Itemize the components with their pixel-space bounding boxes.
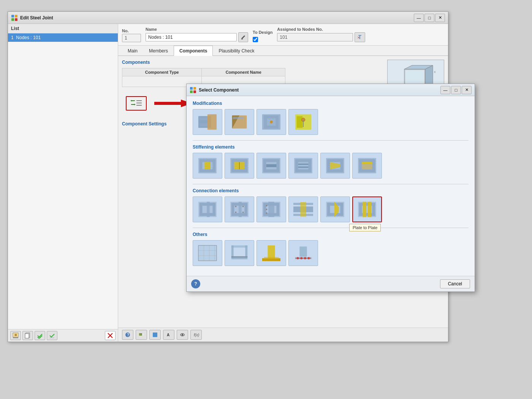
svg-rect-142: [363, 202, 366, 217]
others-section: Others: [193, 232, 469, 266]
svg-rect-72: [231, 169, 247, 173]
assigned-input[interactable]: [277, 33, 353, 41]
to-design-group: To Design: [253, 30, 272, 42]
svg-rect-144: [198, 245, 217, 261]
svg-rect-112: [239, 202, 242, 217]
svg-rect-71: [231, 159, 247, 162]
dialog-help-button[interactable]: ?: [191, 279, 200, 288]
eye-icon: [179, 332, 185, 338]
main-titlebar: Edit Steel Joint — □ ✕: [8, 12, 448, 24]
name-input[interactable]: [146, 33, 237, 41]
minimize-button[interactable]: —: [414, 14, 424, 22]
copy-button[interactable]: [22, 331, 33, 340]
app-icon: [11, 14, 18, 21]
dialog-maximize-button[interactable]: □: [451, 86, 461, 94]
svg-rect-143: [368, 202, 372, 217]
dialog-content: Modifications: [187, 96, 475, 276]
zoom-icon: 0.00: [138, 332, 144, 338]
component-item-oth2[interactable]: [225, 240, 254, 266]
component-item-oth4[interactable]: [288, 240, 318, 266]
component-item-conn6[interactable]: Plate to Plate: [352, 196, 382, 222]
dialog-minimize-button[interactable]: —: [440, 86, 450, 94]
edit-icon: [241, 35, 246, 40]
svg-rect-161: [264, 257, 279, 259]
svg-rect-8: [25, 334, 29, 338]
conn2-icon: [228, 200, 250, 219]
mod4-icon: [292, 112, 314, 131]
to-design-checkbox-wrap: [253, 37, 272, 42]
oth2-icon: [228, 244, 250, 263]
component-item-conn1[interactable]: [193, 196, 222, 222]
svg-rect-141: [359, 213, 375, 216]
connection-section: Connection elements: [193, 188, 469, 222]
component-item-conn2[interactable]: [225, 196, 254, 222]
close-button[interactable]: ✕: [435, 14, 445, 22]
help-button[interactable]: ?: [122, 330, 133, 340]
assigned-label: Assigned to Nodes No.: [277, 27, 365, 32]
tab-plausibility[interactable]: Plausibility Check: [213, 46, 260, 56]
others-title: Others: [193, 232, 469, 237]
color-button[interactable]: [149, 330, 161, 340]
component-item-stif1[interactable]: [193, 153, 222, 179]
to-design-checkbox[interactable]: [253, 37, 258, 42]
svg-text:f(x): f(x): [194, 333, 199, 337]
no-label: No.: [122, 28, 141, 33]
component-item-stif5[interactable]: [320, 153, 350, 179]
action-arrows-icon: [128, 98, 145, 109]
delete-button[interactable]: [105, 331, 116, 340]
zoom-button[interactable]: 0.00: [136, 330, 147, 340]
fields-row: No. Name: [118, 24, 448, 46]
no-input[interactable]: [122, 34, 141, 42]
font-button[interactable]: A: [163, 330, 174, 340]
modifications-section: Modifications: [193, 101, 469, 135]
component-item-stif4[interactable]: [288, 153, 318, 179]
svg-rect-92: [327, 169, 343, 173]
window-title: Edit Steel Joint: [20, 15, 53, 21]
dialog-titlebar: Select Component — □ ✕: [187, 84, 475, 96]
nodes-icon: ✕: [357, 35, 363, 40]
oth3-icon: [260, 244, 282, 263]
component-item-stif2[interactable]: [225, 153, 254, 179]
component-item-stif3[interactable]: [256, 153, 286, 179]
component-item-conn4[interactable]: [288, 196, 318, 222]
component-item-mod3[interactable]: [256, 109, 286, 135]
select-component-dialog: Select Component — □ ✕ Modifications: [186, 84, 475, 292]
eye-button[interactable]: [177, 330, 188, 340]
svg-rect-85: [295, 169, 311, 173]
svg-point-167: [308, 257, 310, 260]
stif3-icon: [260, 156, 282, 175]
stif1-icon: [196, 156, 218, 175]
component-item-mod2[interactable]: [225, 109, 254, 135]
dialog-close-button[interactable]: ✕: [462, 86, 472, 94]
tab-main[interactable]: Main: [122, 46, 143, 56]
divider-3: [193, 228, 469, 228]
component-item-oth3[interactable]: [256, 240, 286, 266]
add-button[interactable]: ⊞: [10, 331, 21, 340]
component-item-conn3[interactable]: [256, 196, 286, 222]
svg-text:⊞: ⊞: [14, 333, 17, 337]
check-button[interactable]: [47, 331, 57, 340]
conn3-icon: [260, 200, 282, 219]
cancel-button[interactable]: Cancel: [440, 279, 470, 288]
list-item[interactable]: 1 Nodes : 101: [8, 33, 118, 42]
component-item-mod4[interactable]: [288, 109, 318, 135]
component-item-stif6[interactable]: [352, 153, 382, 179]
tab-components[interactable]: Components: [174, 46, 213, 56]
component-action-button[interactable]: [126, 96, 147, 111]
verify-button[interactable]: [35, 331, 45, 340]
component-item-conn5[interactable]: [320, 196, 350, 222]
tab-members[interactable]: Members: [143, 46, 174, 56]
color-icon: [152, 332, 158, 338]
component-item-oth1[interactable]: [193, 240, 222, 266]
edit-name-button[interactable]: [238, 32, 248, 42]
maximize-button[interactable]: □: [424, 14, 434, 22]
svg-rect-44: [193, 90, 196, 93]
svg-point-126: [266, 212, 268, 214]
svg-text:x: x: [434, 70, 436, 74]
help-icon: ?: [125, 332, 131, 338]
assigned-action-button[interactable]: ✕: [355, 32, 365, 42]
component-item-mod1[interactable]: [193, 109, 222, 135]
svg-rect-36: [153, 332, 157, 337]
formula-button[interactable]: f(x): [190, 330, 202, 340]
stif4-icon: [292, 156, 314, 175]
